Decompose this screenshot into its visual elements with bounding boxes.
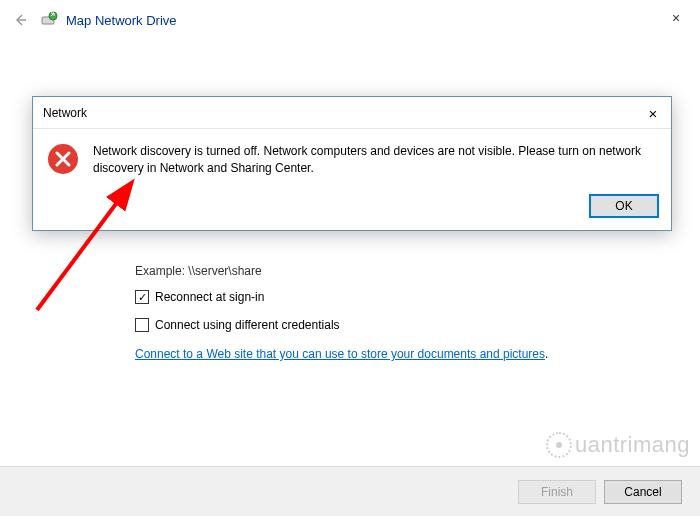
map-network-drive-window: Map Network Drive × Example: \\server\sh…: [0, 0, 700, 516]
window-close-button[interactable]: ×: [666, 8, 686, 28]
footer: Finish Cancel: [0, 466, 700, 516]
reconnect-label: Reconnect at sign-in: [155, 290, 264, 304]
credentials-checkbox[interactable]: [135, 318, 149, 332]
link-period: .: [545, 347, 548, 361]
dialog-close-button[interactable]: ×: [641, 101, 665, 125]
dialog-title: Network: [43, 106, 87, 120]
back-arrow-icon[interactable]: [12, 12, 28, 28]
network-error-dialog: Network × Network discovery is turned of…: [32, 96, 672, 231]
reconnect-checkbox-row[interactable]: Reconnect at sign-in: [135, 290, 264, 304]
watermark: uantrimang: [546, 432, 690, 458]
credentials-label: Connect using different credentials: [155, 318, 340, 332]
window-title: Map Network Drive: [66, 13, 177, 28]
dialog-message: Network discovery is turned off. Network…: [93, 143, 653, 178]
error-icon: [47, 143, 79, 175]
cancel-button[interactable]: Cancel: [604, 480, 682, 504]
dialog-footer: OK: [33, 188, 671, 230]
titlebar: Map Network Drive ×: [0, 0, 700, 40]
dialog-body: Network discovery is turned off. Network…: [33, 129, 671, 188]
reconnect-checkbox[interactable]: [135, 290, 149, 304]
example-label: Example: \\server\share: [135, 264, 262, 278]
ok-button[interactable]: OK: [589, 194, 659, 218]
credentials-checkbox-row[interactable]: Connect using different credentials: [135, 318, 340, 332]
watermark-text: uantrimang: [575, 432, 690, 458]
website-link[interactable]: Connect to a Web site that you can use t…: [135, 347, 545, 361]
dialog-titlebar: Network ×: [33, 97, 671, 129]
watermark-icon: [546, 432, 572, 458]
website-link-row: Connect to a Web site that you can use t…: [135, 347, 548, 361]
finish-button: Finish: [518, 480, 596, 504]
drive-icon: [40, 11, 58, 29]
